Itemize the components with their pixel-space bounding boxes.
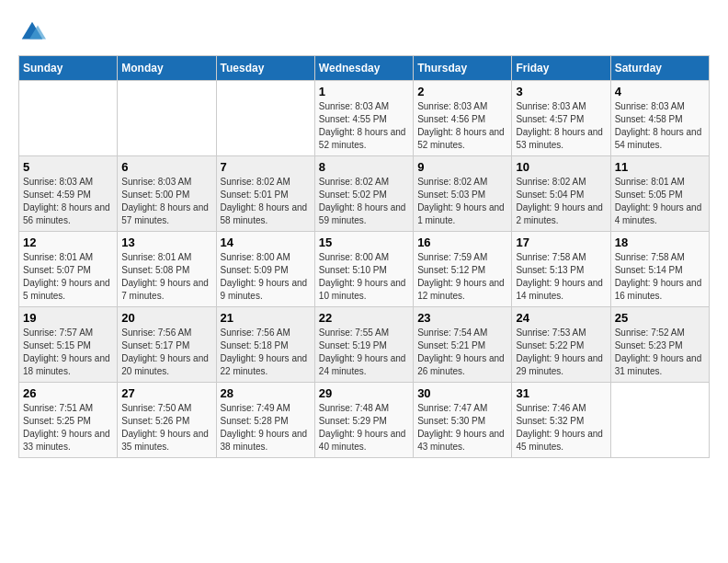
calendar-cell: 23Sunrise: 7:54 AM Sunset: 5:21 PM Dayli… xyxy=(414,307,512,383)
day-number: 20 xyxy=(121,311,211,325)
calendar-cell: 3Sunrise: 8:03 AM Sunset: 4:57 PM Daylig… xyxy=(512,81,610,156)
day-info: Sunrise: 7:58 AM Sunset: 5:13 PM Dayligh… xyxy=(516,251,606,303)
calendar-cell: 19Sunrise: 7:57 AM Sunset: 5:15 PM Dayli… xyxy=(19,307,118,383)
day-number: 9 xyxy=(417,160,507,174)
day-number: 23 xyxy=(417,311,507,325)
day-number: 6 xyxy=(121,160,211,174)
calendar-cell: 1Sunrise: 8:03 AM Sunset: 4:55 PM Daylig… xyxy=(314,81,413,156)
calendar-cell: 12Sunrise: 8:01 AM Sunset: 5:07 PM Dayli… xyxy=(19,232,118,307)
calendar-cell: 18Sunrise: 7:58 AM Sunset: 5:14 PM Dayli… xyxy=(610,232,709,307)
calendar-cell: 26Sunrise: 7:51 AM Sunset: 5:25 PM Dayli… xyxy=(19,383,118,458)
day-number: 12 xyxy=(23,236,113,249)
week-row-1: 1Sunrise: 8:03 AM Sunset: 4:55 PM Daylig… xyxy=(19,81,710,156)
day-number: 22 xyxy=(319,311,409,325)
day-number: 10 xyxy=(516,160,606,174)
day-number: 13 xyxy=(121,236,211,249)
day-info: Sunrise: 8:03 AM Sunset: 4:55 PM Dayligh… xyxy=(319,100,409,152)
day-number: 7 xyxy=(221,160,311,174)
day-info: Sunrise: 7:48 AM Sunset: 5:29 PM Dayligh… xyxy=(319,402,409,454)
day-number: 15 xyxy=(319,236,409,249)
day-number: 30 xyxy=(417,386,507,400)
day-info: Sunrise: 7:49 AM Sunset: 5:28 PM Dayligh… xyxy=(221,402,311,454)
day-number: 24 xyxy=(516,311,606,325)
day-info: Sunrise: 7:52 AM Sunset: 5:23 PM Dayligh… xyxy=(615,327,705,378)
day-info: Sunrise: 7:58 AM Sunset: 5:14 PM Dayligh… xyxy=(615,251,705,303)
calendar-cell: 9Sunrise: 8:02 AM Sunset: 5:03 PM Daylig… xyxy=(414,156,512,232)
day-info: Sunrise: 7:47 AM Sunset: 5:30 PM Dayligh… xyxy=(417,402,507,454)
week-row-2: 5Sunrise: 8:03 AM Sunset: 4:59 PM Daylig… xyxy=(19,156,710,232)
day-number: 3 xyxy=(516,85,606,98)
day-info: Sunrise: 8:02 AM Sunset: 5:03 PM Dayligh… xyxy=(417,176,507,227)
calendar-cell: 6Sunrise: 8:03 AM Sunset: 5:00 PM Daylig… xyxy=(118,156,216,232)
day-info: Sunrise: 8:01 AM Sunset: 5:05 PM Dayligh… xyxy=(615,176,705,227)
calendar-cell: 4Sunrise: 8:03 AM Sunset: 4:58 PM Daylig… xyxy=(610,81,709,156)
logo xyxy=(18,18,48,46)
day-info: Sunrise: 7:59 AM Sunset: 5:12 PM Dayligh… xyxy=(417,251,507,303)
day-info: Sunrise: 7:53 AM Sunset: 5:22 PM Dayligh… xyxy=(516,327,606,378)
day-info: Sunrise: 8:03 AM Sunset: 5:00 PM Dayligh… xyxy=(121,176,211,227)
calendar-cell: 16Sunrise: 7:59 AM Sunset: 5:12 PM Dayli… xyxy=(414,232,512,307)
calendar-cell: 27Sunrise: 7:50 AM Sunset: 5:26 PM Dayli… xyxy=(118,383,216,458)
day-number: 2 xyxy=(417,85,507,98)
day-info: Sunrise: 8:03 AM Sunset: 4:56 PM Dayligh… xyxy=(417,100,507,152)
header-cell-tuesday: Tuesday xyxy=(216,56,314,81)
day-number: 4 xyxy=(615,85,705,98)
day-number: 17 xyxy=(516,236,606,249)
day-number: 25 xyxy=(615,311,705,325)
calendar-cell: 20Sunrise: 7:56 AM Sunset: 5:17 PM Dayli… xyxy=(118,307,216,383)
calendar-cell: 28Sunrise: 7:49 AM Sunset: 5:28 PM Dayli… xyxy=(216,383,314,458)
day-info: Sunrise: 8:03 AM Sunset: 4:59 PM Dayligh… xyxy=(23,176,113,227)
calendar-cell: 21Sunrise: 7:56 AM Sunset: 5:18 PM Dayli… xyxy=(216,307,314,383)
calendar-cell: 7Sunrise: 8:02 AM Sunset: 5:01 PM Daylig… xyxy=(216,156,314,232)
calendar-cell xyxy=(19,81,118,156)
day-info: Sunrise: 8:02 AM Sunset: 5:02 PM Dayligh… xyxy=(319,176,409,227)
header-cell-thursday: Thursday xyxy=(414,56,512,81)
calendar-table: SundayMondayTuesdayWednesdayThursdayFrid… xyxy=(18,55,710,458)
day-info: Sunrise: 8:02 AM Sunset: 5:01 PM Dayligh… xyxy=(221,176,311,227)
day-number: 21 xyxy=(221,311,311,325)
week-row-5: 26Sunrise: 7:51 AM Sunset: 5:25 PM Dayli… xyxy=(19,383,710,458)
day-info: Sunrise: 8:03 AM Sunset: 4:58 PM Dayligh… xyxy=(615,100,705,152)
day-number: 19 xyxy=(23,311,113,325)
calendar-cell: 14Sunrise: 8:00 AM Sunset: 5:09 PM Dayli… xyxy=(216,232,314,307)
day-number: 27 xyxy=(121,386,211,400)
day-number: 16 xyxy=(417,236,507,249)
day-info: Sunrise: 8:01 AM Sunset: 5:07 PM Dayligh… xyxy=(23,251,113,303)
day-info: Sunrise: 8:02 AM Sunset: 5:04 PM Dayligh… xyxy=(516,176,606,227)
day-info: Sunrise: 7:46 AM Sunset: 5:32 PM Dayligh… xyxy=(516,402,606,454)
week-row-3: 12Sunrise: 8:01 AM Sunset: 5:07 PM Dayli… xyxy=(19,232,710,307)
calendar-cell: 10Sunrise: 8:02 AM Sunset: 5:04 PM Dayli… xyxy=(512,156,610,232)
day-number: 26 xyxy=(23,386,113,400)
day-number: 14 xyxy=(221,236,311,249)
calendar-cell: 29Sunrise: 7:48 AM Sunset: 5:29 PM Dayli… xyxy=(314,383,413,458)
calendar-cell: 2Sunrise: 8:03 AM Sunset: 4:56 PM Daylig… xyxy=(414,81,512,156)
day-info: Sunrise: 8:00 AM Sunset: 5:10 PM Dayligh… xyxy=(319,251,409,303)
day-number: 28 xyxy=(221,386,311,400)
calendar-cell xyxy=(216,81,314,156)
calendar-cell: 11Sunrise: 8:01 AM Sunset: 5:05 PM Dayli… xyxy=(610,156,709,232)
day-number: 11 xyxy=(615,160,705,174)
day-info: Sunrise: 7:56 AM Sunset: 5:18 PM Dayligh… xyxy=(221,327,311,378)
day-info: Sunrise: 7:50 AM Sunset: 5:26 PM Dayligh… xyxy=(121,402,211,454)
calendar-cell: 25Sunrise: 7:52 AM Sunset: 5:23 PM Dayli… xyxy=(610,307,709,383)
day-number: 18 xyxy=(615,236,705,249)
day-info: Sunrise: 7:55 AM Sunset: 5:19 PM Dayligh… xyxy=(319,327,409,378)
day-info: Sunrise: 7:57 AM Sunset: 5:15 PM Dayligh… xyxy=(23,327,113,378)
day-info: Sunrise: 8:03 AM Sunset: 4:57 PM Dayligh… xyxy=(516,100,606,152)
day-info: Sunrise: 7:54 AM Sunset: 5:21 PM Dayligh… xyxy=(417,327,507,378)
day-number: 8 xyxy=(319,160,409,174)
calendar-cell: 8Sunrise: 8:02 AM Sunset: 5:02 PM Daylig… xyxy=(314,156,413,232)
day-number: 31 xyxy=(516,386,606,400)
header-cell-wednesday: Wednesday xyxy=(314,56,413,81)
day-number: 5 xyxy=(23,160,113,174)
calendar-cell: 30Sunrise: 7:47 AM Sunset: 5:30 PM Dayli… xyxy=(414,383,512,458)
day-info: Sunrise: 8:01 AM Sunset: 5:08 PM Dayligh… xyxy=(121,251,211,303)
day-info: Sunrise: 7:51 AM Sunset: 5:25 PM Dayligh… xyxy=(23,402,113,454)
calendar-cell xyxy=(118,81,216,156)
calendar-cell: 24Sunrise: 7:53 AM Sunset: 5:22 PM Dayli… xyxy=(512,307,610,383)
header-cell-sunday: Sunday xyxy=(19,56,118,81)
logo-icon xyxy=(18,18,46,46)
calendar-cell: 5Sunrise: 8:03 AM Sunset: 4:59 PM Daylig… xyxy=(19,156,118,232)
day-info: Sunrise: 8:00 AM Sunset: 5:09 PM Dayligh… xyxy=(221,251,311,303)
header-cell-monday: Monday xyxy=(118,56,216,81)
